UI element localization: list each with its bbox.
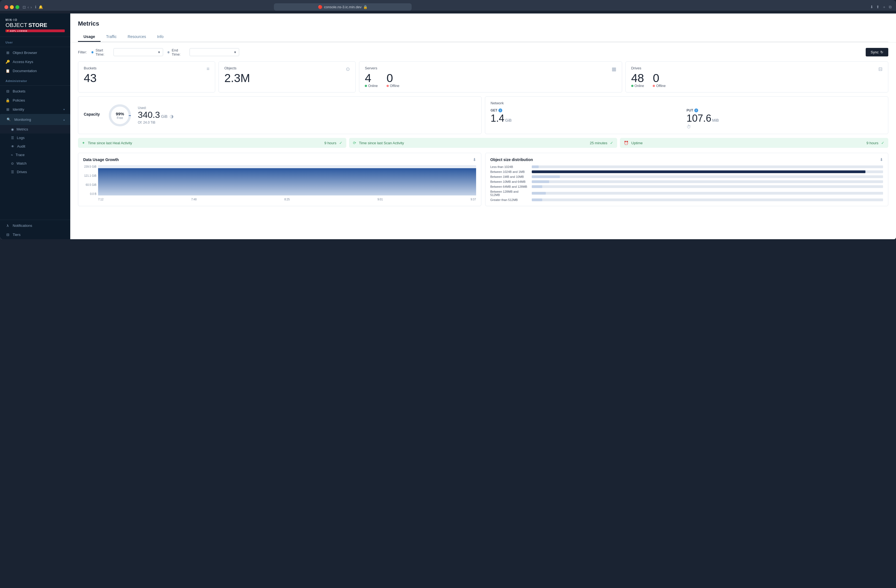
buckets-icon: ⊟ <box>6 89 10 93</box>
put-unit: MiB <box>712 118 719 123</box>
documentation-icon: 📋 <box>6 69 10 73</box>
sidebar-item-documentation[interactable]: 📋 Documentation <box>0 66 70 75</box>
dist-item: Between 64MB and 128MB <box>491 185 883 188</box>
sidebar-item-object-browser[interactable]: ⊞ Object Browser <box>0 48 70 57</box>
address-bar[interactable]: 🔴 console.ns-3.ic.min.dev 🔒 <box>274 3 411 11</box>
scan-activity-text: Time since last Scan Activity <box>359 141 587 145</box>
heal-icon: ✦ <box>82 141 85 145</box>
uptime-activity-value: 9 hours <box>867 141 878 145</box>
favicon: 🔴 <box>318 5 322 9</box>
content-area: Filter: Start Time: ▾ End Time: ▾ S <box>70 43 896 212</box>
tab-usage[interactable]: Usage <box>78 32 101 42</box>
start-time-field: Start Time: ▾ <box>91 48 163 56</box>
tab-resources[interactable]: Resources <box>122 32 152 42</box>
sidebar-item-label: Tiers <box>13 232 20 237</box>
sidebar-subitem-label: Metrics <box>17 127 28 131</box>
filter-bar: Filter: Start Time: ▾ End Time: ▾ S <box>78 48 888 56</box>
tab-traffic[interactable]: Traffic <box>101 32 122 42</box>
put-info-icon: i <box>694 108 698 112</box>
dist-bar-wrap <box>532 175 883 178</box>
capacity-of-label: Of: 24.0 TiB <box>138 121 173 125</box>
dist-label: Between 128MB and 512MB <box>491 190 529 196</box>
x-label-4: 9:37 <box>471 198 476 201</box>
share-icon[interactable]: ⬆ <box>876 5 879 10</box>
windows-icon[interactable]: ⧉ <box>889 5 891 10</box>
sidebar-item-label: Identity <box>13 107 24 111</box>
logo-object-text: OBJECT <box>6 22 27 28</box>
capacity-info: Used: 340.3 GiB ◑ Of: 24.0 TiB <box>138 106 173 125</box>
sync-label: Sync <box>871 50 879 54</box>
sidebar-item-buckets[interactable]: ⊟ Buckets <box>0 87 70 96</box>
close-button[interactable] <box>5 5 8 9</box>
network-get-stat: GET i 1.4 GiB <box>491 108 687 129</box>
sidebar-subitem-logs[interactable]: ☰ Logs <box>0 134 70 142</box>
drives-icon: ☰ <box>11 170 14 174</box>
data-usage-download-icon[interactable]: ⬇ <box>473 158 476 162</box>
sidebar-item-monitoring[interactable]: 🔍 Monitoring ▴ <box>0 114 70 125</box>
put-value: 107.6 <box>687 113 712 123</box>
end-time-dot <box>168 51 170 53</box>
data-usage-title-text: Data Usage Growth <box>83 158 119 162</box>
buckets-value: 43 <box>84 72 209 84</box>
nav-forward-icon[interactable]: › <box>30 5 32 9</box>
sidebar-subitem-drives[interactable]: ☰ Drives <box>0 168 70 176</box>
dist-bar <box>532 170 866 173</box>
x-label-0: 7:12 <box>98 198 103 201</box>
dist-item: Between 10MB and 64MB <box>491 180 883 183</box>
network-put-stat: PUT i 107.6 MiB ⏱ <box>687 108 882 129</box>
drives-card: Drives ⊟ 48 Online 0 <box>625 61 888 93</box>
page-header: Metrics Usage Traffic Resources Info <box>70 14 896 43</box>
usage-x-labels: 7:12 7:48 8:25 9:01 9:37 <box>98 198 476 201</box>
object-dist-download-icon[interactable]: ⬇ <box>880 158 883 162</box>
sidebar-item-identity[interactable]: ⊞ Identity ▾ <box>0 105 70 114</box>
end-time-label: End Time: <box>172 48 187 56</box>
put-clock-icon: ⏱ <box>687 125 882 129</box>
capacity-used-value: 340.3 <box>138 110 160 120</box>
monitoring-icon-bg: 🔍 <box>6 117 12 123</box>
main-content: Metrics Usage Traffic Resources Info Fil… <box>70 14 896 239</box>
metrics-icon: ◉ <box>11 128 14 131</box>
minimize-button[interactable] <box>10 5 14 9</box>
usage-chart-fill <box>98 168 476 196</box>
capacity-percent-value: 99% <box>116 111 124 116</box>
get-unit: GiB <box>505 118 512 123</box>
sidebar-item-access-keys[interactable]: 🔑 Access Keys <box>0 57 70 66</box>
buckets-label: Buckets <box>84 66 96 70</box>
dist-item: Less than 1024B <box>491 165 883 169</box>
identity-icon: ⊞ <box>6 107 10 111</box>
maximize-button[interactable] <box>15 5 19 9</box>
object-dist-chart-card: Object size distribution ⬇ Less than 102… <box>485 153 888 206</box>
dist-bar-wrap <box>532 199 883 201</box>
download-icon[interactable]: ⬇ <box>870 5 873 10</box>
traffic-lights <box>5 5 19 9</box>
y-label-0: 239.5 GiB <box>83 165 96 168</box>
object-browser-icon: ⊞ <box>6 51 10 55</box>
dist-item: Between 1MB and 10MB <box>491 175 883 178</box>
sidebar-item-notifications[interactable]: λ Notifications <box>0 221 70 230</box>
tab-info[interactable]: Info <box>152 32 169 42</box>
monitoring-icon: 🔍 <box>7 117 11 122</box>
sidebar-item-label: Policies <box>13 98 25 102</box>
sidebar-subitem-metrics[interactable]: ◉ Metrics <box>0 125 70 134</box>
sidebar-subitem-watch[interactable]: ⊙ Watch <box>0 159 70 168</box>
nav-back-icon[interactable]: ‹ <box>27 5 29 9</box>
sidebar-item-policies[interactable]: 🔒 Policies <box>0 96 70 105</box>
page-title: Metrics <box>78 20 888 27</box>
dist-bar-wrap <box>532 170 883 173</box>
sync-button[interactable]: Sync ↻ <box>866 48 888 56</box>
sidebar-toggle-icon[interactable]: ⊡ <box>23 5 26 9</box>
start-time-select[interactable]: ▾ <box>114 48 163 56</box>
dist-bar <box>532 175 560 178</box>
objects-label: Objects <box>224 66 236 70</box>
drives-offline-label: Offline <box>653 84 665 88</box>
filter-label: Filter: <box>78 50 87 54</box>
sidebar-item-tiers[interactable]: ⊟ Tiers <box>0 230 70 239</box>
sidebar-subitem-trace[interactable]: ≈ Trace <box>0 150 70 159</box>
capacity-network-row: Capacity 99% Free Used: <box>78 96 888 134</box>
dist-bar <box>532 180 549 183</box>
sidebar-subitem-audit[interactable]: 👁 Audit <box>0 142 70 150</box>
end-time-select[interactable]: ▾ <box>190 48 239 56</box>
charts-row: Data Usage Growth ⬇ 239.5 GiB 121.1 GiB … <box>78 153 888 206</box>
notification-icon[interactable]: 🔔 <box>38 5 43 9</box>
new-tab-icon[interactable]: ＋ <box>882 5 886 10</box>
